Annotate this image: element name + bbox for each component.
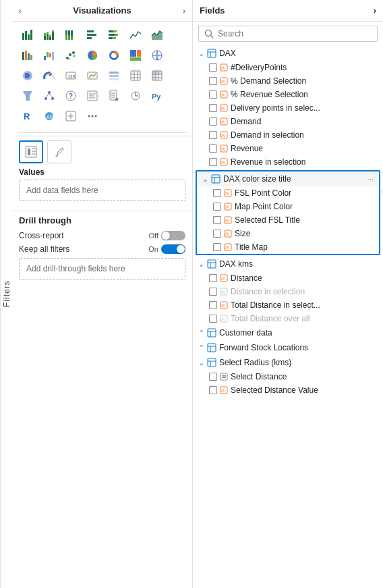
field-demand-selection[interactable]: fx % Demand Selection [193,74,383,88]
field-name: Select Distance [231,372,287,381]
filters-tab[interactable]: Filters [0,0,12,588]
field-total-distance-all[interactable]: fx Total Distance over all [193,312,383,325]
field-checkbox[interactable] [209,90,217,99]
viz-icon-stacked-bar[interactable] [39,26,59,45]
svg-rect-34 [49,53,51,57]
group-fsl-header[interactable]: ⌃ Forward Stock Locations [193,340,383,355]
field-checkbox[interactable] [209,373,217,381]
viz-icon-waterfall[interactable] [39,46,59,65]
field-checkbox[interactable] [209,301,217,309]
viz-icon-slicer[interactable] [104,66,124,85]
viz-icon-gauge[interactable] [39,66,59,85]
field-total-distance-select[interactable]: fx Total Distance in select... [193,298,383,312]
field-revenue-in-selection[interactable]: fx Revenue in selection [193,155,383,169]
field-checkbox[interactable] [213,243,221,251]
field-selected-fsl-title[interactable]: fx Selected FSL Title [197,213,379,227]
field-demand[interactable]: fx Demand [193,115,383,128]
field-checkbox[interactable] [209,386,217,394]
viz-icon-paginated[interactable]: R [104,86,124,105]
viz-icon-scatter[interactable] [61,46,81,65]
viz-icon-kpi[interactable] [82,66,102,85]
viz-icon-donut[interactable] [104,46,124,65]
search-input[interactable] [218,29,372,38]
viz-icon-r[interactable]: R [18,107,38,126]
keep-filters-track[interactable] [161,244,185,254]
field-distance-in-selection[interactable]: fx Distance in selection [193,285,383,298]
field-name: Selected Distance Value [231,385,318,395]
dax-color-more-icon[interactable]: ··· [367,175,374,183]
field-checkbox[interactable] [209,117,217,126]
add-data-fields-box[interactable]: Add data fields here [19,180,185,201]
viz-icon-custom[interactable] [125,86,146,105]
viz-icon-line[interactable] [125,26,146,45]
svg-rect-7 [47,32,49,34]
field-checkbox[interactable] [209,158,217,166]
field-checkbox[interactable] [209,77,217,85]
viz-icon-smartnarr[interactable] [82,86,102,105]
field-demand-in-selection[interactable]: fx Demand in selection [193,128,383,142]
add-drillthrough-fields-box[interactable]: Add drill-through fields here [19,258,185,279]
viz-icon-ribbon[interactable] [18,46,38,65]
field-checkbox[interactable] [209,315,217,323]
viz-icon-stacked-hbar[interactable] [104,26,124,45]
svg-rect-11 [52,30,54,32]
field-checkbox[interactable] [209,63,217,72]
field-selected-distance-value[interactable]: fx Selected Distance Value [193,383,383,397]
field-checkbox[interactable] [213,189,221,197]
viz-icon-map[interactable] [147,46,167,65]
viz-icon-funnel[interactable] [18,86,38,105]
viz-icon-more[interactable] [82,107,102,126]
group-customer-data-header[interactable]: ⌃ Customer data [193,325,383,340]
field-checkbox[interactable] [209,144,217,153]
group-dax-kms-header[interactable]: ⌄ DAX kms [193,257,383,271]
search-box[interactable] [198,26,378,42]
field-checkbox[interactable] [213,230,221,238]
field-delivery-in-selec[interactable]: fx Delivery points in selec... [193,101,383,115]
viz-icon-arcgis[interactable]: ARC [39,107,59,126]
keep-filters-toggle[interactable]: On [148,244,185,254]
field-size[interactable]: fx Size [197,227,379,240]
viz-icon-qa[interactable]: ? [61,86,81,105]
viz-icon-decomp[interactable] [39,86,59,105]
field-map-point-color[interactable]: fx Map Point Color [197,200,379,213]
group-select-radius-header[interactable]: ⌄ Select Radius (kms) [193,355,383,370]
field-checkbox[interactable] [213,203,221,211]
field-distance[interactable]: fx Distance [193,271,383,285]
group-dax-color-size-highlighted: ⌄ DAX color size title ··· fx FSL Point … [196,170,380,255]
group-dax-header[interactable]: ⌄ DAX [193,46,383,61]
viz-collapse-arrow[interactable]: ‹ [19,7,22,15]
viz-icon-bar[interactable] [18,26,38,45]
field-checkbox[interactable] [209,288,217,296]
format-paint-button[interactable] [47,140,71,163]
svg-text:fx: fx [221,317,225,321]
field-fsl-point-color[interactable]: fx FSL Point Color [197,186,379,200]
fields-expand-arrow[interactable]: › [374,5,376,16]
svg-text:fx: fx [221,276,225,281]
viz-icon-python[interactable]: Py [147,86,167,105]
field-checkbox[interactable] [209,104,217,112]
field-select-distance[interactable]: Select Distance [193,370,383,383]
field-checkbox[interactable] [209,131,217,139]
viz-icon-treemap[interactable] [125,46,146,65]
group-dax-color-size-header[interactable]: ⌄ DAX color size title ··· [197,171,379,186]
viz-icon-pie[interactable] [82,46,102,65]
viz-expand-arrow[interactable]: › [183,7,185,15]
field-revenue[interactable]: fx Revenue [193,142,383,155]
cross-report-toggle[interactable]: Off [149,231,185,240]
cross-report-track[interactable] [161,231,185,240]
field-checkbox[interactable] [213,216,221,224]
field-title-map[interactable]: fx Title Map [197,240,379,254]
format-fields-button[interactable] [19,140,43,163]
field-checkbox[interactable] [209,274,217,282]
viz-icon-area[interactable] [147,26,167,45]
viz-icon-matrix[interactable] [147,66,167,85]
viz-icon-hbar[interactable] [82,26,102,45]
viz-icon-100-bar[interactable] [61,26,81,45]
viz-icon-table[interactable] [125,66,146,85]
field-delivery-points[interactable]: fx #DeliveryPoints [193,61,383,74]
viz-icon-custom2[interactable] [61,107,81,126]
viz-icon-card[interactable]: 123 [61,66,81,85]
search-icon [204,29,214,38]
field-revenue-selection[interactable]: fx % Revenue Selection [193,88,383,101]
viz-icon-filled-map[interactable] [18,66,38,85]
